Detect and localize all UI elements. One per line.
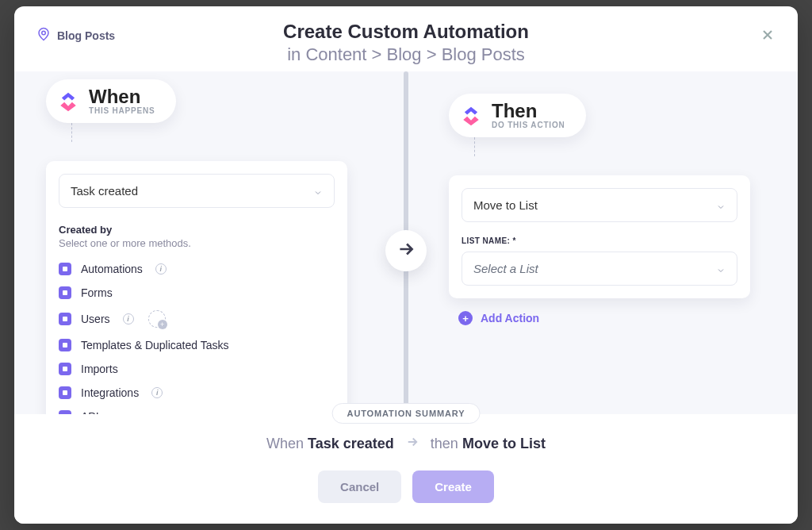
arrow-right-icon (405, 435, 419, 453)
checkbox[interactable] (59, 386, 71, 399)
created-by-hint: Select one or more methods. (59, 237, 335, 249)
created-by-option[interactable]: Usersi (59, 305, 335, 333)
then-column: Then DO THIS ACTION Move to List LIST NA… (433, 71, 766, 414)
option-label: Automations (81, 263, 143, 275)
trigger-value: Task created (71, 184, 138, 198)
option-label: Users (81, 313, 110, 325)
svg-rect-5 (63, 367, 67, 371)
list-select[interactable]: Select a List (462, 252, 737, 286)
modal-header: Blog Posts Create Custom Automation in C… (14, 6, 798, 71)
cancel-button[interactable]: Cancel (318, 470, 401, 503)
checkbox[interactable] (59, 263, 71, 275)
when-sublabel: THIS HAPPENS (89, 106, 155, 115)
when-pill: When THIS HAPPENS (46, 79, 176, 123)
add-action-button[interactable]: + Add Action (458, 311, 750, 325)
breadcrumb[interactable]: Blog Posts (36, 27, 115, 44)
created-by-option[interactable]: API (59, 405, 335, 414)
svg-rect-6 (63, 390, 67, 395)
then-sublabel: DO THIS ACTION (492, 121, 565, 129)
add-action-label: Add Action (481, 312, 539, 325)
then-panel: Move to List LIST NAME: * Select a List (449, 175, 750, 298)
automation-modal: Blog Posts Create Custom Automation in C… (14, 6, 798, 524)
modal-title: Create Custom Automation (36, 21, 776, 43)
clickup-logo-icon (460, 105, 482, 127)
close-button[interactable] (756, 25, 779, 48)
checkbox[interactable] (59, 363, 71, 375)
add-user-icon[interactable] (148, 310, 166, 328)
close-icon (760, 27, 776, 46)
clickup-logo-icon (57, 90, 79, 113)
option-label: Forms (81, 286, 113, 299)
action-value: Move to List (473, 198, 538, 212)
created-by-option[interactable]: Imports (59, 357, 335, 381)
chevron-down-icon (716, 201, 726, 210)
created-by-option[interactable]: Integrationsi (59, 381, 335, 405)
svg-rect-2 (63, 290, 67, 295)
info-icon[interactable]: i (155, 263, 167, 275)
created-by-option[interactable]: Forms (59, 281, 335, 305)
summary-label: AUTOMATION SUMMARY (332, 403, 481, 424)
checkbox[interactable] (59, 339, 71, 351)
create-button[interactable]: Create (412, 470, 494, 503)
checkbox[interactable] (59, 313, 71, 325)
option-label: Integrations (81, 386, 139, 399)
list-placeholder: Select a List (473, 262, 538, 275)
chevron-down-icon (716, 264, 726, 274)
info-icon[interactable]: i (123, 313, 134, 325)
location-pin-icon (36, 27, 51, 44)
then-pill: Then DO THIS ACTION (449, 94, 586, 137)
then-label: Then (492, 102, 565, 121)
plus-circle-icon: + (458, 311, 473, 325)
option-label: Templates & Duplicated Tasks (81, 339, 229, 351)
modal-subtitle: in Content > Blog > Blog Posts (36, 44, 776, 65)
summary-line: When Task created then Move to List (30, 435, 782, 453)
created-by-option[interactable]: Automationsi (59, 257, 335, 281)
action-select[interactable]: Move to List (462, 188, 737, 222)
svg-point-0 (42, 31, 46, 35)
svg-rect-4 (63, 343, 67, 348)
created-by-label: Created by (59, 224, 335, 236)
svg-rect-1 (63, 267, 67, 271)
when-label: When (89, 87, 155, 106)
arrow-right-icon (396, 239, 416, 263)
trigger-select[interactable]: Task created (59, 174, 335, 208)
breadcrumb-label: Blog Posts (57, 29, 115, 42)
checkbox[interactable] (59, 286, 71, 299)
info-icon[interactable]: i (151, 387, 163, 398)
list-name-label: LIST NAME: * (462, 236, 737, 245)
modal-body: When THIS HAPPENS Task created Created b… (14, 71, 798, 414)
when-panel: Task created Created by Select one or mo… (46, 161, 347, 414)
chevron-down-icon (313, 186, 323, 196)
svg-rect-3 (63, 317, 67, 321)
when-column: When THIS HAPPENS Task created Created b… (30, 71, 363, 414)
created-by-option[interactable]: Templates & Duplicated Tasks (59, 333, 335, 357)
flow-arrow (385, 230, 427, 271)
modal-footer: AUTOMATION SUMMARY When Task created the… (14, 414, 798, 524)
option-label: Imports (81, 363, 118, 375)
